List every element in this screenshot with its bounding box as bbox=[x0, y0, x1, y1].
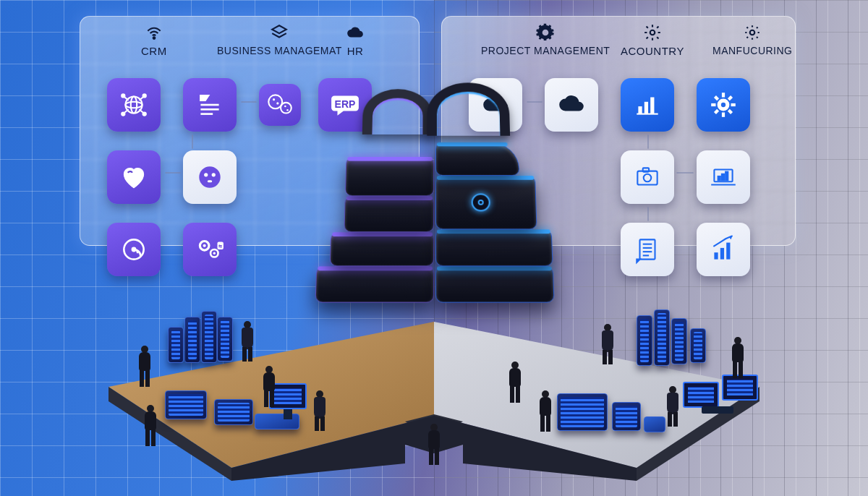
monitor-icon bbox=[683, 382, 719, 408]
globe-network-icon bbox=[119, 90, 149, 120]
person-figure bbox=[664, 386, 681, 428]
radar-icon bbox=[119, 234, 149, 265]
tile-globe bbox=[107, 78, 161, 132]
svg-point-25 bbox=[199, 166, 220, 187]
bar-chart-icon bbox=[632, 90, 663, 120]
person-figure bbox=[142, 405, 159, 447]
svg-rect-63 bbox=[720, 248, 724, 260]
header-business-management-label: BUSINESS MANAGEMAT bbox=[217, 45, 342, 56]
desk bbox=[702, 406, 733, 414]
svg-rect-49 bbox=[637, 171, 657, 185]
svg-point-21 bbox=[273, 98, 275, 101]
connector-line bbox=[192, 134, 193, 149]
tile-dots bbox=[259, 84, 301, 126]
svg-text:⇆: ⇆ bbox=[218, 244, 222, 249]
svg-point-10 bbox=[143, 113, 146, 116]
svg-point-27 bbox=[212, 173, 216, 176]
svg-point-24 bbox=[286, 109, 289, 111]
svg-point-3 bbox=[750, 30, 755, 35]
tile-target bbox=[107, 223, 161, 276]
tile-laptop bbox=[697, 150, 750, 204]
svg-point-34 bbox=[213, 252, 216, 255]
center-structure bbox=[306, 97, 563, 348]
person-figure bbox=[506, 362, 524, 403]
svg-rect-62 bbox=[714, 252, 718, 259]
svg-rect-38 bbox=[644, 102, 648, 114]
svg-rect-55 bbox=[722, 174, 724, 180]
person-figure bbox=[136, 346, 153, 388]
svg-point-5 bbox=[125, 102, 142, 108]
svg-rect-64 bbox=[726, 243, 730, 260]
tile-gears: ⇆ bbox=[183, 223, 237, 276]
svg-line-47 bbox=[715, 110, 718, 113]
tile-heart bbox=[107, 150, 161, 204]
svg-rect-39 bbox=[650, 98, 654, 114]
cloud-icon bbox=[556, 90, 587, 120]
laptop-chart-icon bbox=[708, 162, 739, 192]
cog-icon bbox=[708, 90, 739, 120]
svg-point-26 bbox=[204, 173, 208, 176]
header-project-management: PROJECT MANAGEMENT bbox=[481, 23, 610, 56]
gear3-icon bbox=[743, 23, 762, 42]
svg-point-50 bbox=[644, 174, 652, 182]
person-figure bbox=[599, 324, 616, 366]
header-acountry: ACOUNTRY bbox=[621, 23, 684, 57]
header-crm-label: CRM bbox=[141, 45, 167, 57]
svg-point-0 bbox=[153, 37, 156, 39]
growth-chart-icon bbox=[708, 234, 739, 265]
svg-point-23 bbox=[284, 106, 286, 108]
svg-point-2 bbox=[650, 30, 655, 35]
svg-line-45 bbox=[715, 96, 718, 99]
gear-icon bbox=[536, 23, 555, 42]
header-manufacturing-label: MANFUCURING bbox=[712, 45, 793, 56]
header-hr: HR bbox=[346, 23, 365, 57]
monitor-stand bbox=[284, 409, 292, 419]
svg-point-20 bbox=[281, 103, 292, 114]
svg-marker-1 bbox=[273, 25, 287, 33]
header-project-management-label: PROJECT MANAGEMENT bbox=[481, 45, 610, 56]
header-acountry-label: ACOUNTRY bbox=[621, 45, 684, 57]
svg-line-46 bbox=[728, 110, 731, 113]
heart-icon bbox=[119, 162, 149, 192]
cloud-small-icon bbox=[346, 23, 365, 42]
tile-barchart bbox=[621, 78, 674, 132]
svg-rect-28 bbox=[208, 180, 212, 182]
connector-line bbox=[676, 172, 694, 174]
person-figure bbox=[729, 337, 746, 379]
person-figure bbox=[239, 321, 256, 363]
person-figure bbox=[537, 390, 554, 432]
tile-list bbox=[183, 78, 237, 132]
tile-face bbox=[183, 150, 237, 204]
svg-point-7 bbox=[122, 94, 124, 97]
svg-rect-57 bbox=[640, 239, 655, 259]
connector-line bbox=[165, 172, 181, 174]
connector-line bbox=[241, 101, 257, 103]
tile-camera bbox=[621, 150, 674, 204]
svg-rect-56 bbox=[726, 172, 728, 181]
camera-icon bbox=[632, 162, 663, 192]
svg-point-8 bbox=[143, 94, 146, 97]
tile-growth bbox=[697, 223, 750, 276]
tile-cog bbox=[697, 78, 750, 132]
svg-rect-54 bbox=[718, 176, 720, 180]
svg-point-22 bbox=[276, 102, 278, 104]
center-badge-icon bbox=[472, 194, 490, 212]
header-manufacturing: MANFUCURING bbox=[712, 23, 793, 56]
header-hr-label: HR bbox=[347, 45, 364, 57]
person-figure bbox=[311, 390, 328, 432]
tile-doc bbox=[621, 223, 674, 276]
person-figure bbox=[260, 366, 278, 408]
svg-point-9 bbox=[122, 113, 124, 116]
layers-icon bbox=[270, 23, 289, 42]
svg-line-48 bbox=[728, 96, 731, 99]
person-figure-center bbox=[425, 424, 443, 466]
connector-line bbox=[647, 134, 649, 149]
header-business-management: BUSINESS MANAGEMAT bbox=[217, 23, 342, 56]
connector-line bbox=[647, 207, 649, 221]
double-gear-icon: ⇆ bbox=[195, 234, 225, 265]
header-crm: CRM bbox=[141, 23, 167, 57]
svg-marker-15 bbox=[200, 95, 208, 100]
bubbles-icon bbox=[265, 90, 295, 120]
svg-point-30 bbox=[132, 248, 135, 251]
svg-rect-51 bbox=[643, 168, 649, 171]
